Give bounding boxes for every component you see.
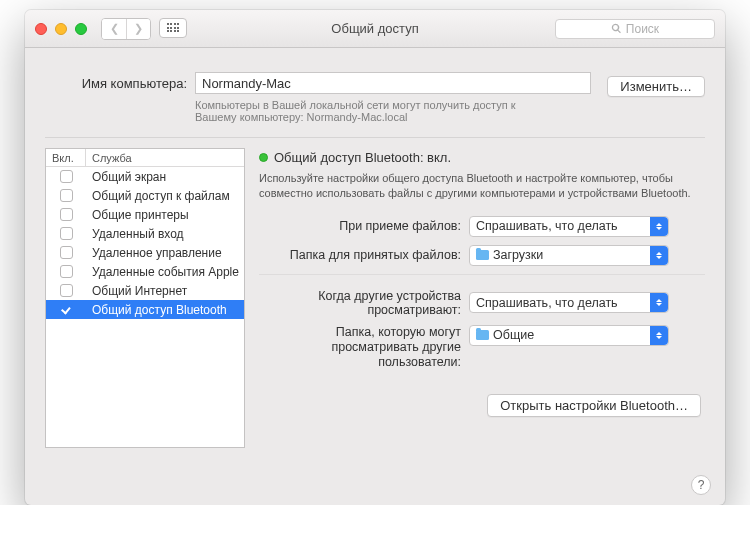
back-forward-segment: ❮ ❯ — [101, 18, 151, 40]
service-checkbox[interactable] — [60, 265, 73, 278]
computer-name-input[interactable] — [195, 72, 591, 94]
sharing-prefpane-window: ❮ ❯ Общий доступ Поиск Имя компьютера: — [25, 10, 725, 505]
service-row[interactable]: Общий экран — [46, 167, 244, 186]
receive-action-value: Спрашивать, что делать — [470, 219, 650, 233]
minimize-icon[interactable] — [55, 23, 67, 35]
zoom-icon[interactable] — [75, 23, 87, 35]
status-help: Используйте настройки общего доступа Blu… — [259, 171, 705, 202]
bluetooth-browse-section: Когда другие устройства просматривают: С… — [259, 289, 705, 370]
computer-name-label: Имя компьютера: — [45, 72, 195, 91]
forward-button[interactable]: ❯ — [126, 19, 150, 39]
col-header-on[interactable]: Вкл. — [46, 149, 86, 166]
folder-icon — [476, 330, 489, 340]
service-row[interactable]: Удаленное управление — [46, 243, 244, 262]
public-folder-select[interactable]: Общие — [469, 325, 669, 346]
receive-action-label: При приеме файлов: — [259, 219, 469, 233]
service-label: Общий доступ к файлам — [86, 189, 244, 203]
browse-action-value: Спрашивать, что делать — [470, 296, 650, 310]
browse-action-label: Когда другие устройства просматривают: — [259, 289, 469, 317]
services-list: Вкл. Служба Общий экранОбщий доступ к фа… — [45, 148, 245, 448]
browse-action-select[interactable]: Спрашивать, что делать — [469, 292, 669, 313]
service-row[interactable]: Общий Интернет — [46, 281, 244, 300]
status-on-icon — [259, 153, 268, 162]
status-title: Общий доступ Bluetooth: вкл. — [274, 150, 451, 165]
service-checkbox[interactable] — [60, 246, 73, 259]
titlebar: ❮ ❯ Общий доступ Поиск — [25, 10, 725, 48]
divider — [259, 274, 705, 275]
nav-controls: ❮ ❯ — [101, 18, 187, 40]
service-row[interactable]: Общий доступ Bluetooth — [46, 300, 244, 319]
chevron-updown-icon — [650, 326, 668, 345]
chevron-updown-icon — [650, 246, 668, 265]
service-label: Общий Интернет — [86, 284, 244, 298]
status-row: Общий доступ Bluetooth: вкл. — [259, 150, 705, 165]
divider — [45, 137, 705, 138]
service-checkbox[interactable] — [60, 189, 73, 202]
receive-action-select[interactable]: Спрашивать, что делать — [469, 216, 669, 237]
search-field[interactable]: Поиск — [555, 19, 715, 39]
edit-hostname-button[interactable]: Изменить… — [607, 76, 705, 97]
service-label: Удаленный вход — [86, 227, 244, 241]
help-button[interactable]: ? — [691, 475, 711, 495]
close-icon[interactable] — [35, 23, 47, 35]
traffic-lights — [35, 23, 87, 35]
chevron-updown-icon — [650, 293, 668, 312]
computer-name-help: Компьютеры в Вашей локальной сети могут … — [195, 99, 555, 123]
service-checkbox[interactable] — [60, 208, 73, 221]
service-detail-pane: Общий доступ Bluetooth: вкл. Используйте… — [259, 148, 705, 448]
public-folder-value: Общие — [493, 328, 534, 342]
service-label: Общий доступ Bluetooth — [86, 303, 244, 317]
open-bluetooth-prefs-button[interactable]: Открыть настройки Bluetooth… — [487, 394, 701, 417]
grid-icon — [167, 23, 180, 32]
col-header-service[interactable]: Служба — [86, 149, 244, 166]
service-checkbox[interactable] — [60, 227, 73, 240]
service-label: Удаленные события Apple — [86, 265, 244, 279]
service-label: Удаленное управление — [86, 246, 244, 260]
service-checkbox[interactable] — [60, 284, 73, 297]
service-row[interactable]: Общий доступ к файлам — [46, 186, 244, 205]
computer-name-row: Имя компьютера: Компьютеры в Вашей локал… — [45, 60, 705, 127]
receive-folder-select[interactable]: Загрузки — [469, 245, 669, 266]
service-row[interactable]: Удаленный вход — [46, 224, 244, 243]
back-button[interactable]: ❮ — [102, 19, 126, 39]
service-row[interactable]: Общие принтеры — [46, 205, 244, 224]
body: Вкл. Служба Общий экранОбщий доступ к фа… — [45, 148, 705, 448]
service-checkbox[interactable] — [60, 303, 73, 316]
service-checkbox[interactable] — [60, 170, 73, 183]
content-area: Имя компьютера: Компьютеры в Вашей локал… — [25, 48, 725, 460]
receive-folder-label: Папка для принятых файлов: — [259, 248, 469, 262]
show-all-button[interactable] — [159, 18, 187, 38]
bluetooth-receive-section: При приеме файлов: Спрашивать, что делат… — [259, 216, 705, 266]
receive-folder-value: Загрузки — [493, 248, 543, 262]
search-placeholder: Поиск — [626, 22, 659, 36]
search-icon — [611, 23, 622, 34]
service-label: Общие принтеры — [86, 208, 244, 222]
service-row[interactable]: Удаленные события Apple — [46, 262, 244, 281]
service-label: Общий экран — [86, 170, 244, 184]
folder-icon — [476, 250, 489, 260]
chevron-updown-icon — [650, 217, 668, 236]
services-list-header: Вкл. Служба — [46, 149, 244, 167]
public-folder-label: Папка, которую могут просматривать други… — [259, 325, 469, 370]
